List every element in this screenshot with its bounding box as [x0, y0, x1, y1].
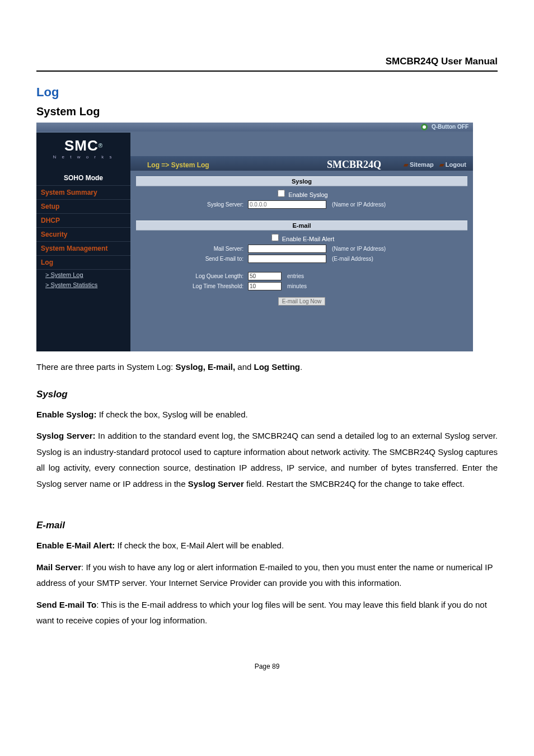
mail-server-label: Mail Server:: [136, 246, 248, 252]
sidebar-item-setup[interactable]: Setup: [36, 200, 130, 214]
log-time-threshold-label: Log Time Threshold:: [136, 283, 248, 289]
syslog-server-label: Syslog Server:: [136, 201, 248, 208]
sidebar-mode: SOHO Mode: [36, 171, 130, 186]
send-email-to-hint: (E-mail Address): [332, 256, 373, 262]
log-queue-length-input[interactable]: [248, 272, 282, 280]
mail-server-hint: (Name or IP Address): [332, 246, 386, 252]
qbutton-icon[interactable]: [421, 124, 428, 130]
breadcrumb: Log => System Log: [147, 161, 327, 169]
router-ui: Q-Button OFF SMC® N e t w o r k s Log =>…: [36, 123, 473, 351]
product-name: SMCBR24Q: [327, 159, 381, 171]
enable-syslog-label: Enable Syslog: [288, 191, 327, 198]
sidebar-item-log[interactable]: Log: [36, 256, 130, 270]
mail-server-paragraph: Mail Server: If you wish to have any log…: [36, 560, 498, 591]
syslog-server-hint: (Name or IP Address): [332, 201, 386, 208]
send-email-to-label: Send E-mail to:: [136, 256, 248, 262]
enable-email-checkbox[interactable]: [271, 234, 279, 241]
syslog-server-paragraph: Syslog Server: In addition to the standa…: [36, 428, 498, 492]
manual-title: SMCBR24Q User Manual: [36, 56, 498, 67]
logo-text: SMC: [64, 137, 99, 154]
send-email-paragraph: Send E-mail To: This is the E-mail addre…: [36, 597, 498, 629]
email-log-now-button[interactable]: E-mail Log Now: [278, 297, 326, 306]
logout-link[interactable]: ▰Logout: [439, 161, 466, 168]
syslog-server-input[interactable]: [248, 200, 326, 209]
sidebar-item-security[interactable]: Security: [36, 228, 130, 242]
send-email-to-input[interactable]: [248, 255, 326, 263]
log-time-threshold-hint: minutes: [287, 283, 307, 289]
intro-paragraph: There are three parts in System Log: Sys…: [36, 359, 498, 375]
main-panel: Syslog Enable Syslog Syslog Server: (Nam…: [130, 171, 473, 351]
logo-reg-icon: ®: [99, 143, 102, 149]
heading-email: E-mail: [36, 520, 498, 531]
header-rule: [36, 71, 498, 72]
sidebar-sub-system-log[interactable]: > System Log: [36, 270, 130, 280]
brand-logo: SMC® N e t w o r k s: [36, 133, 130, 171]
qbutton-bar: Q-Button OFF: [36, 123, 473, 132]
sidebar-item-summary[interactable]: System Summary: [36, 186, 130, 200]
qbutton-label[interactable]: Q-Button OFF: [432, 124, 469, 130]
enable-syslog-checkbox[interactable]: [278, 190, 285, 197]
log-queue-length-hint: entries: [287, 273, 304, 279]
heading-system-log: System Log: [36, 105, 498, 118]
sidebar-item-dhcp[interactable]: DHCP: [36, 214, 130, 228]
log-queue-length-label: Log Queue Length:: [136, 273, 248, 279]
mail-server-input[interactable]: [248, 245, 326, 253]
heading-log: Log: [36, 85, 498, 100]
email-enable-paragraph: Enable E-Mail Alert: If check the box, E…: [36, 538, 498, 554]
log-time-threshold-input[interactable]: [248, 282, 282, 290]
sidebar-item-system-management[interactable]: System Management: [36, 242, 130, 256]
sidebar-sub-system-statistics[interactable]: > System Statistics: [36, 280, 130, 290]
sitemap-link[interactable]: ▰Sitemap: [404, 161, 434, 168]
syslog-section-title: Syslog: [136, 176, 467, 186]
syslog-enable-paragraph: Enable Syslog: If check the box, Syslog …: [36, 407, 498, 423]
email-section-title: E-mail: [136, 220, 467, 231]
page-number: Page 89: [36, 663, 498, 670]
enable-email-label: Enable E-Mail Alert: [282, 236, 335, 242]
logo-subtext: N e t w o r k s: [36, 154, 130, 159]
heading-syslog: Syslog: [36, 389, 498, 400]
sidebar: SOHO Mode System Summary Setup DHCP Secu…: [36, 171, 130, 351]
